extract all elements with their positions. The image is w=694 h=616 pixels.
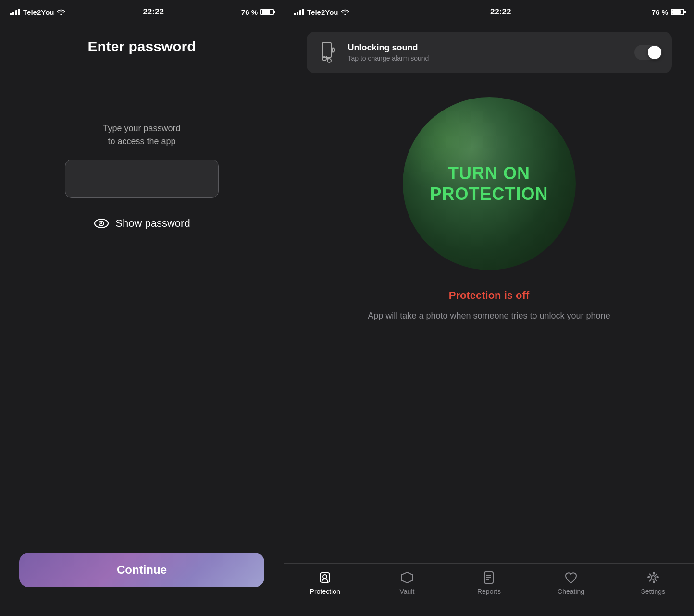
wifi-icon-right (341, 9, 349, 15)
vault-tab-icon (400, 570, 414, 585)
status-bar-right: Tele2You 22:22 76 % (284, 0, 694, 24)
signal-bar-4 (18, 9, 20, 15)
protection-status-text: Protection is off (449, 289, 529, 302)
left-panel: Tele2You 22:22 76 % Enter password Type … (0, 0, 284, 616)
show-password-row[interactable]: Show password (93, 217, 190, 230)
time-left: 22:22 (143, 7, 163, 17)
svg-rect-3 (322, 42, 331, 58)
battery-percent-left: 76 % (241, 8, 258, 16)
signal-bar-1 (10, 13, 12, 15)
carrier-right: Tele2You (307, 8, 338, 16)
signal-bars-left (10, 9, 20, 15)
signal-bar-2 (12, 12, 14, 15)
turn-on-line2: PROTECTION (430, 184, 548, 204)
sound-title: Unlocking sound (348, 43, 627, 53)
battery-icon-left (260, 9, 274, 15)
protection-description: App will take a photo when someone tries… (345, 309, 633, 322)
tab-bar: Protection Vault Reports (284, 563, 694, 616)
tab-reports[interactable]: Reports (458, 570, 520, 595)
time-right: 22:22 (490, 7, 511, 17)
tab-protection-label: Protection (310, 588, 340, 595)
tab-protection[interactable]: Protection (294, 570, 356, 595)
tab-cheating[interactable]: Cheating (540, 570, 602, 595)
tab-settings-label: Settings (641, 588, 665, 595)
reports-tab-icon (482, 570, 496, 585)
protection-button-text: TURN ON PROTECTION (430, 163, 548, 204)
status-right-right: 76 % (652, 8, 684, 16)
page-title: Enter password (87, 38, 196, 55)
tab-vault-label: Vault (399, 588, 414, 595)
protection-button[interactable]: TURN ON PROTECTION (403, 97, 576, 270)
tab-settings[interactable]: Settings (622, 570, 684, 595)
signal-bars-right (294, 9, 304, 15)
sound-text: Unlocking sound Tap to change alarm soun… (348, 43, 627, 62)
turn-on-line1: TURN ON (430, 163, 548, 184)
sound-icon-wrapper (316, 40, 340, 64)
settings-tab-icon (646, 570, 660, 585)
tab-reports-label: Reports (477, 588, 501, 595)
cheating-tab-icon (564, 570, 578, 585)
status-left: Tele2You (10, 8, 65, 16)
toggle-knob (648, 46, 661, 59)
svg-point-14 (651, 576, 655, 579)
sound-icon (318, 40, 339, 64)
svg-point-6 (327, 59, 331, 62)
status-bar-left: Tele2You 22:22 76 % (0, 0, 284, 24)
tab-cheating-label: Cheating (558, 588, 584, 595)
battery-percent-right: 76 % (652, 8, 668, 16)
sound-card[interactable]: Unlocking sound Tap to change alarm soun… (307, 32, 672, 73)
status-left-right: Tele2You (294, 8, 349, 16)
protection-circle-container: TURN ON PROTECTION (398, 92, 581, 275)
carrier-left: Tele2You (23, 8, 54, 16)
eye-icon (93, 218, 110, 229)
password-input[interactable] (65, 160, 218, 197)
battery-icon-right (671, 9, 684, 15)
tab-vault[interactable]: Vault (376, 570, 438, 595)
right-panel: Tele2You 22:22 76 % (284, 0, 694, 616)
signal-bar-3 (15, 10, 17, 15)
svg-point-2 (100, 222, 102, 224)
toggle-switch[interactable] (634, 45, 662, 60)
password-subtitle: Type your password to access the app (103, 122, 180, 148)
password-input-wrapper[interactable] (65, 160, 219, 198)
svg-point-9 (323, 575, 327, 579)
sound-subtitle: Tap to change alarm sound (348, 54, 627, 62)
wifi-icon-left (57, 9, 65, 15)
status-right-left: 76 % (241, 8, 274, 16)
continue-button[interactable]: Continue (19, 553, 264, 587)
protection-tab-icon (318, 570, 332, 585)
show-password-label: Show password (115, 217, 190, 230)
